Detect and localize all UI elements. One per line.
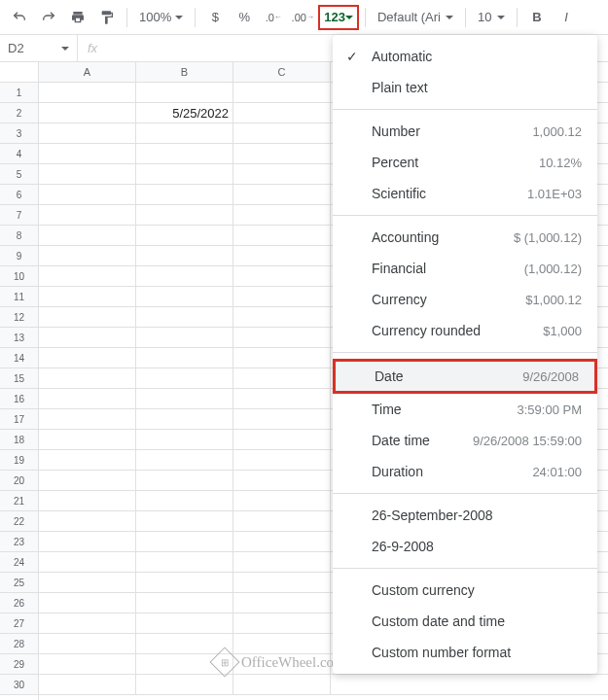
row-header[interactable]: 29: [0, 654, 38, 675]
cell[interactable]: [233, 226, 331, 245]
cell[interactable]: [233, 307, 331, 327]
cell[interactable]: [39, 328, 136, 347]
row-header[interactable]: 18: [0, 430, 38, 450]
cell[interactable]: 5/25/2022: [136, 103, 233, 122]
cell[interactable]: [136, 368, 233, 388]
menu-item-percent[interactable]: Percent10.12%: [333, 147, 597, 178]
row-header[interactable]: 1: [0, 83, 38, 103]
cell[interactable]: [136, 205, 233, 225]
cell[interactable]: [233, 103, 331, 122]
select-all-corner[interactable]: [0, 62, 38, 83]
cell[interactable]: [136, 266, 233, 286]
menu-item-financial[interactable]: Financial(1,000.12): [333, 253, 597, 284]
cell[interactable]: [136, 409, 233, 429]
cell[interactable]: [233, 328, 331, 347]
cell[interactable]: [39, 348, 136, 368]
cell[interactable]: [233, 287, 331, 306]
cell[interactable]: [39, 307, 136, 327]
menu-item-accounting[interactable]: Accounting$ (1,000.12): [333, 222, 597, 253]
cell[interactable]: [39, 83, 136, 102]
row-header[interactable]: 5: [0, 164, 38, 185]
menu-item-custom-date-1[interactable]: 26-September-2008: [333, 500, 597, 531]
cell[interactable]: [39, 144, 136, 163]
menu-item-automatic[interactable]: ✓Automatic: [333, 41, 597, 72]
cell[interactable]: [233, 368, 331, 388]
cell[interactable]: [136, 511, 233, 531]
cell[interactable]: [233, 266, 331, 286]
row-header[interactable]: 10: [0, 266, 38, 287]
cell[interactable]: [39, 654, 136, 674]
menu-item-number[interactable]: Number1,000.12: [333, 116, 597, 147]
decrease-decimal-button[interactable]: .0←: [260, 5, 287, 30]
cell[interactable]: [39, 185, 136, 204]
menu-item-date[interactable]: Date9/26/2008: [333, 359, 597, 394]
menu-item-custom-datetime[interactable]: Custom date and time: [333, 606, 597, 637]
menu-item-duration[interactable]: Duration24:01:00: [333, 456, 597, 487]
column-header[interactable]: C: [233, 62, 331, 82]
cell[interactable]: [233, 471, 331, 490]
cell[interactable]: [233, 552, 331, 572]
row-header[interactable]: 20: [0, 471, 38, 491]
cell[interactable]: [39, 123, 136, 143]
cell[interactable]: [136, 532, 233, 551]
row-header[interactable]: 22: [0, 511, 38, 532]
cell[interactable]: [233, 532, 331, 551]
cell[interactable]: [233, 185, 331, 204]
row-header[interactable]: 27: [0, 613, 38, 634]
menu-item-scientific[interactable]: Scientific1.01E+03: [333, 178, 597, 209]
column-header[interactable]: A: [39, 62, 136, 82]
cell[interactable]: [136, 552, 233, 572]
row-header[interactable]: 4: [0, 144, 38, 164]
cell[interactable]: [39, 593, 136, 612]
cell[interactable]: [233, 450, 331, 470]
cell[interactable]: [233, 83, 331, 102]
cell[interactable]: [39, 409, 136, 429]
paint-format-button[interactable]: [93, 5, 121, 30]
undo-button[interactable]: [6, 5, 33, 30]
cell[interactable]: [39, 675, 136, 694]
menu-item-time[interactable]: Time3:59:00 PM: [333, 394, 597, 425]
row-header[interactable]: 16: [0, 389, 38, 409]
cell[interactable]: [233, 205, 331, 225]
cell[interactable]: [233, 511, 331, 531]
cell[interactable]: [39, 430, 136, 449]
menu-item-datetime[interactable]: Date time9/26/2008 15:59:00: [333, 425, 597, 456]
cell[interactable]: [39, 103, 136, 122]
row-header[interactable]: 2: [0, 103, 38, 123]
cell[interactable]: [136, 164, 233, 184]
row-header[interactable]: 9: [0, 246, 38, 266]
row-header[interactable]: 17: [0, 409, 38, 430]
cell[interactable]: [39, 205, 136, 225]
cell[interactable]: [136, 144, 233, 163]
row-header[interactable]: 23: [0, 532, 38, 552]
cell[interactable]: [233, 491, 331, 510]
cell[interactable]: [39, 491, 136, 510]
font-dropdown[interactable]: Default (Ari...: [372, 5, 459, 30]
cell[interactable]: [233, 593, 331, 612]
menu-item-currency[interactable]: Currency$1,000.12: [333, 284, 597, 315]
cell[interactable]: [39, 389, 136, 408]
cell[interactable]: [233, 123, 331, 143]
cell[interactable]: [39, 164, 136, 184]
row-header[interactable]: 30: [0, 675, 38, 695]
cell[interactable]: [136, 654, 233, 674]
cell[interactable]: [233, 409, 331, 429]
percent-format-button[interactable]: %: [231, 5, 258, 30]
row-header[interactable]: 7: [0, 205, 38, 226]
row-header[interactable]: 25: [0, 573, 38, 593]
cell[interactable]: [136, 83, 233, 102]
cell[interactable]: [136, 613, 233, 633]
cell[interactable]: [39, 613, 136, 633]
row-header[interactable]: 21: [0, 491, 38, 511]
menu-item-custom-currency[interactable]: Custom currency: [333, 575, 597, 606]
menu-item-custom-date-2[interactable]: 26-9-2008: [333, 531, 597, 562]
cell[interactable]: [233, 430, 331, 449]
row-header[interactable]: 28: [0, 634, 38, 654]
row-header[interactable]: 12: [0, 307, 38, 328]
cell[interactable]: [233, 613, 331, 633]
menu-item-custom-number[interactable]: Custom number format: [333, 637, 597, 668]
row-header[interactable]: 26: [0, 593, 38, 613]
row-header[interactable]: 6: [0, 185, 38, 205]
cell[interactable]: [39, 266, 136, 286]
font-size-dropdown[interactable]: 10: [472, 5, 511, 30]
